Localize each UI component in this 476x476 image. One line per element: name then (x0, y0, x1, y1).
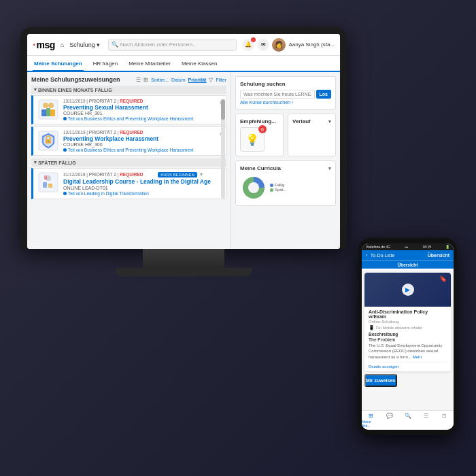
svg-rect-14 (44, 175, 47, 180)
start-course-button[interactable]: KURS BEGINNEN (158, 172, 197, 177)
course-info: 13/11/2019 | PRIORITÄT 2 | REQUIRED Prev… (63, 130, 216, 152)
svg-rect-3 (41, 109, 47, 116)
phone-content: ▶ 🔖 Anti-Discrimination Policy w/Exam On… (362, 270, 454, 410)
assignments-list: ▾ BINNEN EINES MONATS FÄLLIG (31, 86, 226, 201)
sort-button[interactable]: Sortier... (151, 78, 169, 82)
nav-hr-fragen[interactable]: HR fragen (92, 56, 119, 71)
empf-badge: 6 (258, 125, 267, 133)
monitor-stand (143, 249, 224, 268)
chevron-down-icon: ▾ (97, 41, 100, 48)
phone-bottom-grid[interactable]: ⊡ (435, 413, 454, 428)
chevron-down-small-icon: ▾ (34, 87, 37, 92)
phone-bottom-chat[interactable]: 💬 (380, 413, 398, 428)
notification-bell-button[interactable]: 🔔 (242, 39, 254, 51)
play-button[interactable]: ▶ (402, 284, 414, 296)
home-nav[interactable]: ⌂ (61, 41, 64, 48)
message-button[interactable]: ✉ (257, 39, 269, 51)
time-text: 16:15 (422, 245, 431, 249)
course-info: 31/12/2018 | PRIORITÄT 2 | REQUIRED KURS… (63, 171, 222, 195)
schulung-nav[interactable]: Schulung ▾ (69, 41, 100, 48)
empfehlung-title: Empfehlung... (240, 118, 276, 124)
back-button[interactable]: ‹ (366, 252, 368, 258)
grid-bottom-icon: ⊡ (442, 413, 447, 419)
svg-point-9 (48, 141, 49, 142)
monitor-outer: · msg ⌂ Schulung ▾ 🔍 Nach Aktionen oder … (20, 27, 347, 249)
date-button[interactable]: Datum (171, 78, 186, 82)
phone-nav-back-label: To-Do-Liste (371, 253, 395, 258)
course-meta: 31/12/2018 | PRIORITÄT 2 | REQUIRED KURS… (63, 171, 222, 177)
phone-bottom-search[interactable]: 🔍 (398, 413, 417, 428)
read-more-link[interactable]: Mehr (413, 355, 422, 359)
phone-bottom-home[interactable]: ⊞ Meine Akti... (362, 413, 380, 428)
top-search-bar[interactable]: 🔍 Nach Aktionen oder Personen... (108, 39, 237, 51)
tab-overview[interactable]: Übersicht (362, 261, 454, 270)
start-chevron-icon[interactable]: ▾ (200, 171, 203, 177)
nav-meine-schulungen[interactable]: Meine Schulungen (33, 56, 84, 71)
scene: · msg ⌂ Schulung ▾ 🔍 Nach Aktionen oder … (0, 0, 476, 476)
phone-bottom-nav: ⊞ Meine Akti... 💬 🔍 ☰ ⊡ (362, 410, 454, 430)
carrier-text: Vodafone.de 4G (366, 245, 390, 249)
nav-meine-klassen[interactable]: Meine Klassen (180, 56, 218, 71)
empfehlung-item[interactable]: 💡 6 (240, 127, 265, 152)
scrollbar[interactable] (221, 99, 225, 199)
legend-item-fällig: Fällig (270, 183, 286, 187)
phone-bottom-menu[interactable]: ☰ (417, 413, 435, 428)
menu-bottom-icon: ☰ (424, 413, 428, 419)
phone-card-subtitle: Online-Schulung (369, 320, 447, 324)
phone-top-nav: ‹ To-Do-Liste Übersicht (362, 250, 454, 260)
home-icon: ⌂ (61, 41, 64, 48)
logo: · msg (33, 39, 55, 51)
verlauf-widget: Verlauf ▾ (288, 114, 336, 156)
course-item: 13/11/2019 | PRIORITÄT 2 | REQUIRED Prev… (31, 126, 226, 156)
phone-video-thumbnail[interactable]: ▶ 🔖 (364, 273, 451, 307)
course-icon-security (37, 130, 59, 152)
browse-all-link[interactable]: Alle Kurse durchsuchen › (240, 100, 331, 105)
verlauf-chevron-icon[interactable]: ▾ (328, 119, 331, 124)
user-name: Aanya Singh (sfa... (288, 41, 335, 48)
panel-title: Meine Schulungszuweisungen (31, 76, 120, 83)
svg-rect-5 (46, 108, 50, 116)
list-view-icon[interactable]: ☰ (136, 77, 141, 83)
filter-icon[interactable]: ▽ (209, 77, 213, 83)
nav-meine-mitarbeiter[interactable]: Meine Mitarbeiter (127, 56, 172, 71)
assign-button[interactable]: Mir zuweisen (364, 374, 397, 387)
course-tag: Teil von Business Ethics and Preventing … (63, 148, 216, 152)
section-within-month: ▾ BINNEN EINES MONATS FÄLLIG (31, 86, 226, 94)
home-bottom-icon: ⊞ (369, 413, 373, 419)
svg-point-1 (43, 103, 48, 108)
search-submit-button[interactable]: Los (316, 90, 331, 99)
course-info: 13/11/2019 | PRIORITÄT 2 | REQUIRED Prev… (63, 99, 216, 121)
course-title[interactable]: Preventing Workplace Harassment (63, 135, 216, 142)
monitor: · msg ⌂ Schulung ▾ 🔍 Nach Aktionen oder … (20, 27, 347, 276)
description-label: Beschreibung (369, 332, 447, 337)
course-id: COURSE HR_301 (63, 111, 216, 116)
description-text: The U.S. Equal Employment Opportunity Co… (369, 343, 447, 360)
message-icon: ✉ (261, 41, 266, 48)
course-tag: Teil von Business Ethics and Preventing … (63, 116, 216, 121)
course-item: 13/11/2019 | PRIORITÄT 2 | REQUIRED Prev… (31, 95, 226, 124)
bookmark-icon[interactable]: 🔖 (439, 275, 447, 282)
curricula-chevron-icon[interactable]: ▾ (328, 166, 331, 171)
course-title[interactable]: Preventing Sexual Harassment (63, 104, 216, 111)
signal-icons: ▪▪▪ (405, 245, 408, 249)
svg-rect-4 (50, 109, 55, 116)
scroll-thumb[interactable] (221, 99, 225, 120)
grid-view-icon[interactable]: ⊞ (143, 77, 148, 83)
course-title[interactable]: Digital Leadership Course - Leading in t… (63, 178, 222, 185)
course-icon-harassment (37, 99, 59, 120)
course-meta: 13/11/2019 | PRIORITÄT 2 | REQUIRED (63, 130, 216, 135)
chevron-down-small-icon: ▾ (34, 160, 37, 165)
lightbulb-icon: 💡 (245, 133, 259, 146)
course-search-input[interactable] (240, 90, 315, 99)
search-input-row: Los (240, 90, 331, 99)
search-widget-title: Schulung suchen (240, 81, 331, 87)
panel-controls: ☰ ⊞ Sortier... Datum Priorität ▽ Filter (136, 77, 226, 83)
avatar[interactable]: 👩 (272, 38, 286, 52)
priority-button[interactable]: Priorität (188, 78, 207, 82)
details-link[interactable]: Details anzeigen (369, 362, 447, 369)
svg-point-2 (48, 103, 54, 108)
pie-legend: Fällig Spät... (270, 183, 286, 192)
battery-icon: 🔋 (445, 245, 449, 249)
filter-button[interactable]: Filter (216, 78, 226, 82)
chat-bottom-icon: 💬 (386, 413, 393, 419)
